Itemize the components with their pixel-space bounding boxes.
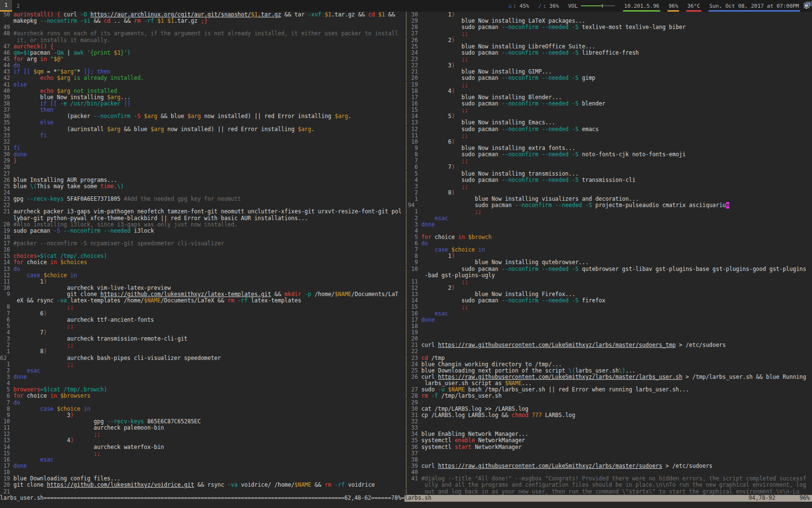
vim-line[interactable]: 13 4)	[0, 437, 405, 444]
split-separator[interactable]: |	[405, 247, 408, 253]
vim-line[interactable]: 24	[0, 190, 405, 196]
vim-line[interactable]: 28	[0, 164, 405, 170]
vim-line[interactable]: 40 echo $arg not installed	[0, 88, 405, 94]
split-separator[interactable]: |	[405, 75, 408, 81]
vim-line[interactable]: 23 gpg --recv-keys 5FAF0A6EE7371805 #Add…	[0, 196, 405, 202]
split-separator[interactable]: |	[405, 94, 408, 101]
vim-line[interactable]: lybar-git python-pywal xfce-theme-blackb…	[0, 215, 405, 222]
split-separator[interactable]: |	[405, 113, 408, 120]
split-separator[interactable]: |	[405, 361, 408, 368]
vim-line[interactable]: 4 7)	[0, 329, 405, 336]
split-separator[interactable]: |	[405, 56, 408, 62]
vim-line[interactable]: 45 for arg in "$@"	[0, 56, 405, 62]
statusbar-block-battery[interactable]: 96%	[667, 0, 679, 12]
vim-line[interactable]: 11 aurcheck palemoon-bin	[0, 425, 405, 431]
vim-line[interactable]: | 22	[405, 348, 812, 355]
vim-line[interactable]: 11 1)	[0, 279, 405, 285]
vim-line[interactable]: 1 ;;	[0, 361, 405, 368]
vim-line[interactable]: | 19	[405, 329, 812, 336]
vim-line[interactable]: | 15 ;;	[405, 304, 812, 310]
vim-line[interactable]: 17 done	[0, 463, 405, 469]
vim-line[interactable]: | 35 systemctl enable NetworkManager	[405, 437, 812, 444]
split-separator[interactable]: |	[405, 285, 408, 291]
vim-line[interactable]: 8 ;;	[0, 304, 405, 310]
vim-line[interactable]: 27	[0, 171, 405, 177]
vim-line[interactable]: | 37	[405, 450, 812, 457]
split-separator[interactable]: |	[405, 151, 408, 158]
vim-line[interactable]: | 2 esac	[405, 215, 812, 222]
vim-line[interactable]: | 15 ;;	[405, 107, 812, 113]
vim-line[interactable]: 36 (packer --noconfirm -S $arg && blue $…	[0, 113, 405, 120]
split-separator[interactable]: |	[405, 24, 408, 30]
split-separator[interactable]: |	[405, 336, 408, 342]
vim-line[interactable]: | 28 rm -f /tmp/larbs_user.sh	[405, 393, 812, 399]
statusbar-block-datetime[interactable]: Sun, Oct 08, 2017 at 07:00PM	[709, 0, 800, 12]
split-separator[interactable]: |	[405, 272, 408, 279]
split-separator[interactable]: |	[405, 164, 408, 170]
vim-line[interactable]: | 25 blue Now installing LibreOffice Sui…	[405, 44, 812, 50]
vim-line[interactable]: | 17 blue Now installing Blender...	[405, 94, 812, 101]
vim-line[interactable]: 48 #aurcheck runs on each of its argumen…	[0, 30, 405, 37]
statusline-inactive[interactable]: larbs_user.sh ==========================…	[0, 495, 405, 501]
vim-line[interactable]: | 39 curl https://raw.githubusercontent.…	[405, 463, 812, 469]
vim-line[interactable]: 50 aurinstall() { curl -O https://aur.ar…	[0, 12, 405, 18]
vim-pane-right[interactable]: | 30 1)| 29 blue Now installing LaTeX pa…	[405, 12, 812, 495]
vim-line[interactable]: | 4 sudo pacman --noconfirm --needed -S …	[405, 177, 812, 183]
split-separator[interactable]: |	[405, 158, 408, 164]
split-separator[interactable]: |	[405, 476, 408, 482]
vim-line[interactable]: 44 do	[0, 62, 405, 69]
split-separator[interactable]: |	[405, 374, 408, 380]
vim-line[interactable]: | out and log back in as your new user, …	[405, 489, 812, 495]
split-separator[interactable]: |	[405, 215, 408, 222]
split-separator[interactable]: |	[405, 202, 408, 209]
vim-line[interactable]: | 23 cd /tmp	[405, 355, 812, 361]
vim-line[interactable]: 32	[0, 139, 405, 145]
split-separator[interactable]: |	[405, 279, 408, 285]
vim-line[interactable]: 7 6)	[0, 311, 405, 317]
split-separator[interactable]: |	[405, 463, 408, 469]
split-separator[interactable]: |	[405, 196, 408, 202]
vim-line[interactable]: | 11 ;;	[405, 279, 812, 285]
vim-line[interactable]: | 8 sudo pacman --noconfirm --needed -S …	[405, 151, 812, 158]
split-separator[interactable]: |	[405, 139, 408, 145]
vim-line[interactable]: | 7 case $choice in	[405, 247, 812, 253]
split-separator[interactable]: |	[405, 342, 408, 348]
workspace-button-2[interactable]: 2	[12, 0, 24, 12]
vim-line[interactable]: 25 blue \(This may take some time.\)	[0, 183, 405, 190]
vim-line[interactable]: | 29	[405, 400, 812, 406]
split-separator[interactable]: |	[405, 88, 408, 94]
vim-line[interactable]: 15 choices=$(cat /tmp/.choices)	[0, 253, 405, 259]
vim-line[interactable]: | 27 ;;	[405, 30, 812, 37]
vim-line[interactable]: | 21 blue Now installing GIMP...	[405, 69, 812, 75]
split-separator[interactable]: |	[405, 387, 408, 393]
vim-line[interactable]: | 3 done	[405, 222, 812, 228]
vim-line[interactable]: 6 aurcheck ttf-ancient-fonts	[0, 317, 405, 323]
vim-line[interactable]: | 20	[405, 336, 812, 342]
vim-line[interactable]: 62 aurcheck bash-pipes cli-visualizer sp…	[0, 355, 405, 361]
vim-line[interactable]: | 25 blue Downloading next portion of th…	[405, 368, 812, 374]
vim-line[interactable]: | 13 blue Now installing Emacs...	[405, 120, 812, 126]
vim-line[interactable]: | 9 blue Now installing extra fonts...	[405, 145, 812, 151]
split-separator[interactable]: |	[405, 355, 408, 361]
vim-line[interactable]: | 4	[405, 228, 812, 234]
vim-line[interactable]: | 3 ;;	[405, 183, 812, 190]
vim-line[interactable]: | 5 blue Now installing transmission...	[405, 171, 812, 177]
vim-line[interactable]: | 18 4)	[405, 88, 812, 94]
vim-line[interactable]: | 30 cat /tmp/LARBS.log >> /LARBS.log	[405, 406, 812, 412]
vim-line[interactable]: | 6 7)	[405, 164, 812, 170]
workspace-button-1[interactable]: 1	[0, 0, 12, 12]
vim-line[interactable]: | 11 ;;	[405, 133, 812, 139]
vim-line[interactable]: | 6 do	[405, 240, 812, 247]
split-separator[interactable]: |	[405, 82, 408, 88]
vim-line[interactable]: 35 else	[0, 120, 405, 126]
vim-line[interactable]: 38 if [[ -e /usr/bin/packer ]]	[0, 101, 405, 107]
vim-line[interactable]: | 7 ;;	[405, 158, 812, 164]
vim-line[interactable]: | larbs_user.sh script as $NAME...	[405, 380, 812, 387]
split-separator[interactable]: |	[405, 489, 408, 495]
vim-line[interactable]: | 17 done	[405, 317, 812, 323]
vim-line[interactable]: | 30 1)	[405, 12, 812, 18]
vim-line[interactable]: 5 ;;	[0, 323, 405, 329]
vim-line[interactable]: 2 ;;	[0, 342, 405, 348]
vim-line[interactable]: 16 esac	[0, 457, 405, 463]
split-separator[interactable]: |	[405, 425, 408, 431]
